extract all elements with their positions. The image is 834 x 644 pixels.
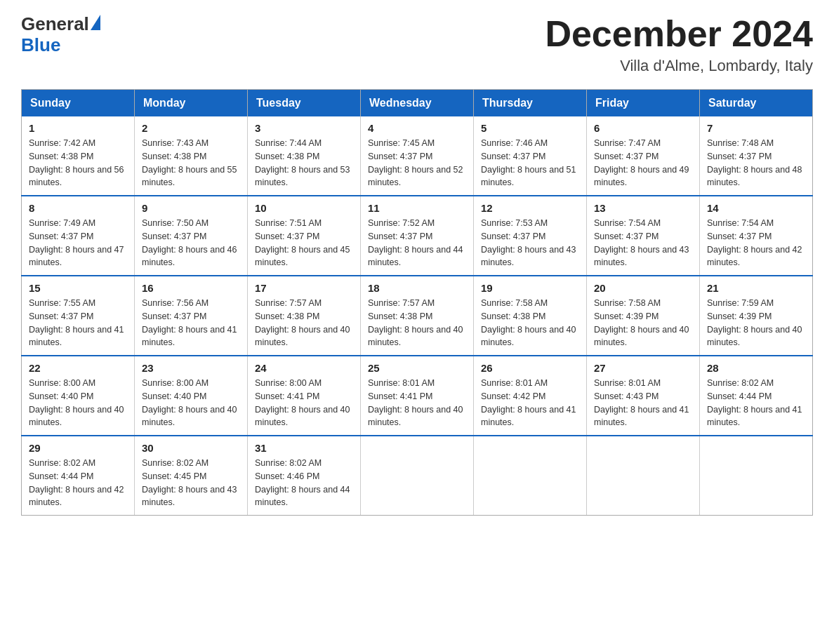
day-info: Sunrise: 8:02 AMSunset: 4:44 PMDaylight:… [29,457,127,509]
logo-general-text: General [21,14,89,34]
day-info: Sunrise: 8:02 AMSunset: 4:46 PMDaylight:… [255,457,353,509]
calendar-week-row: 29 Sunrise: 8:02 AMSunset: 4:44 PMDaylig… [22,436,813,516]
table-row: 23 Sunrise: 8:00 AMSunset: 4:40 PMDaylig… [135,356,248,436]
day-info: Sunrise: 7:56 AMSunset: 4:37 PMDaylight:… [142,297,240,349]
day-number: 19 [481,282,579,294]
table-row: 22 Sunrise: 8:00 AMSunset: 4:40 PMDaylig… [22,356,135,436]
day-info: Sunrise: 8:01 AMSunset: 4:42 PMDaylight:… [481,377,579,429]
day-info: Sunrise: 7:57 AMSunset: 4:38 PMDaylight:… [368,297,466,349]
day-info: Sunrise: 7:54 AMSunset: 4:37 PMDaylight:… [594,217,692,269]
day-info: Sunrise: 7:47 AMSunset: 4:37 PMDaylight:… [594,137,692,189]
day-number: 4 [368,122,466,134]
table-row [474,436,587,516]
table-row: 26 Sunrise: 8:01 AMSunset: 4:42 PMDaylig… [474,356,587,436]
table-row: 25 Sunrise: 8:01 AMSunset: 4:41 PMDaylig… [361,356,474,436]
day-info: Sunrise: 7:45 AMSunset: 4:37 PMDaylight:… [368,137,466,189]
table-row: 28 Sunrise: 8:02 AMSunset: 4:44 PMDaylig… [700,356,813,436]
table-row [700,436,813,516]
logo-triangle-icon [91,15,100,30]
table-row: 4 Sunrise: 7:45 AMSunset: 4:37 PMDayligh… [361,116,474,196]
day-info: Sunrise: 7:51 AMSunset: 4:37 PMDaylight:… [255,217,353,269]
day-number: 25 [368,362,466,374]
day-number: 24 [255,362,353,374]
logo: General Blue [21,14,100,56]
day-info: Sunrise: 7:49 AMSunset: 4:37 PMDaylight:… [29,217,127,269]
table-row: 20 Sunrise: 7:58 AMSunset: 4:39 PMDaylig… [587,276,700,356]
table-row: 3 Sunrise: 7:44 AMSunset: 4:38 PMDayligh… [248,116,361,196]
day-info: Sunrise: 7:53 AMSunset: 4:37 PMDaylight:… [481,217,579,269]
day-number: 10 [255,202,353,214]
table-row: 21 Sunrise: 7:59 AMSunset: 4:39 PMDaylig… [700,276,813,356]
day-info: Sunrise: 7:55 AMSunset: 4:37 PMDaylight:… [29,297,127,349]
day-number: 12 [481,202,579,214]
day-info: Sunrise: 8:00 AMSunset: 4:40 PMDaylight:… [142,377,240,429]
table-row: 19 Sunrise: 7:58 AMSunset: 4:38 PMDaylig… [474,276,587,356]
day-info: Sunrise: 7:48 AMSunset: 4:37 PMDaylight:… [707,137,805,189]
day-number: 26 [481,362,579,374]
day-number: 16 [142,282,240,294]
table-row: 27 Sunrise: 8:01 AMSunset: 4:43 PMDaylig… [587,356,700,436]
day-number: 28 [707,362,805,374]
calendar-week-row: 1 Sunrise: 7:42 AMSunset: 4:38 PMDayligh… [22,116,813,196]
table-row: 9 Sunrise: 7:50 AMSunset: 4:37 PMDayligh… [135,196,248,276]
table-row: 14 Sunrise: 7:54 AMSunset: 4:37 PMDaylig… [700,196,813,276]
table-row: 1 Sunrise: 7:42 AMSunset: 4:38 PMDayligh… [22,116,135,196]
header-friday: Friday [587,90,700,117]
day-info: Sunrise: 7:50 AMSunset: 4:37 PMDaylight:… [142,217,240,269]
table-row: 16 Sunrise: 7:56 AMSunset: 4:37 PMDaylig… [135,276,248,356]
day-number: 7 [707,122,805,134]
day-number: 17 [255,282,353,294]
page-header: General Blue December 2024 Villa d'Alme,… [21,14,813,75]
day-info: Sunrise: 8:01 AMSunset: 4:43 PMDaylight:… [594,377,692,429]
header-saturday: Saturday [700,90,813,117]
day-number: 31 [255,442,353,454]
header-monday: Monday [135,90,248,117]
table-row: 15 Sunrise: 7:55 AMSunset: 4:37 PMDaylig… [22,276,135,356]
calendar-week-row: 15 Sunrise: 7:55 AMSunset: 4:37 PMDaylig… [22,276,813,356]
logo-blue-text: Blue [21,34,60,56]
table-row: 24 Sunrise: 8:00 AMSunset: 4:41 PMDaylig… [248,356,361,436]
calendar-week-row: 8 Sunrise: 7:49 AMSunset: 4:37 PMDayligh… [22,196,813,276]
header-tuesday: Tuesday [248,90,361,117]
day-number: 11 [368,202,466,214]
day-number: 14 [707,202,805,214]
day-info: Sunrise: 7:58 AMSunset: 4:39 PMDaylight:… [594,297,692,349]
page-subtitle: Villa d'Alme, Lombardy, Italy [545,57,813,75]
day-info: Sunrise: 7:43 AMSunset: 4:38 PMDaylight:… [142,137,240,189]
table-row [587,436,700,516]
title-block: December 2024 Villa d'Alme, Lombardy, It… [545,14,813,75]
day-number: 9 [142,202,240,214]
day-info: Sunrise: 7:52 AMSunset: 4:37 PMDaylight:… [368,217,466,269]
day-info: Sunrise: 7:42 AMSunset: 4:38 PMDaylight:… [29,137,127,189]
day-number: 15 [29,282,127,294]
day-info: Sunrise: 8:01 AMSunset: 4:41 PMDaylight:… [368,377,466,429]
day-number: 22 [29,362,127,374]
table-row: 10 Sunrise: 7:51 AMSunset: 4:37 PMDaylig… [248,196,361,276]
day-number: 21 [707,282,805,294]
day-number: 29 [29,442,127,454]
table-row: 2 Sunrise: 7:43 AMSunset: 4:38 PMDayligh… [135,116,248,196]
day-info: Sunrise: 7:57 AMSunset: 4:38 PMDaylight:… [255,297,353,349]
day-info: Sunrise: 8:00 AMSunset: 4:41 PMDaylight:… [255,377,353,429]
table-row: 31 Sunrise: 8:02 AMSunset: 4:46 PMDaylig… [248,436,361,516]
calendar-week-row: 22 Sunrise: 8:00 AMSunset: 4:40 PMDaylig… [22,356,813,436]
day-number: 23 [142,362,240,374]
page-title: December 2024 [545,14,813,54]
calendar-table: Sunday Monday Tuesday Wednesday Thursday… [21,89,813,516]
day-number: 1 [29,122,127,134]
table-row: 11 Sunrise: 7:52 AMSunset: 4:37 PMDaylig… [361,196,474,276]
table-row: 12 Sunrise: 7:53 AMSunset: 4:37 PMDaylig… [474,196,587,276]
header-sunday: Sunday [22,90,135,117]
table-row: 8 Sunrise: 7:49 AMSunset: 4:37 PMDayligh… [22,196,135,276]
day-info: Sunrise: 8:02 AMSunset: 4:45 PMDaylight:… [142,457,240,509]
day-number: 3 [255,122,353,134]
table-row [361,436,474,516]
day-number: 30 [142,442,240,454]
table-row: 7 Sunrise: 7:48 AMSunset: 4:37 PMDayligh… [700,116,813,196]
day-number: 8 [29,202,127,214]
day-number: 18 [368,282,466,294]
table-row: 29 Sunrise: 8:02 AMSunset: 4:44 PMDaylig… [22,436,135,516]
day-info: Sunrise: 7:58 AMSunset: 4:38 PMDaylight:… [481,297,579,349]
calendar-header-row: Sunday Monday Tuesday Wednesday Thursday… [22,90,813,117]
day-info: Sunrise: 7:46 AMSunset: 4:37 PMDaylight:… [481,137,579,189]
